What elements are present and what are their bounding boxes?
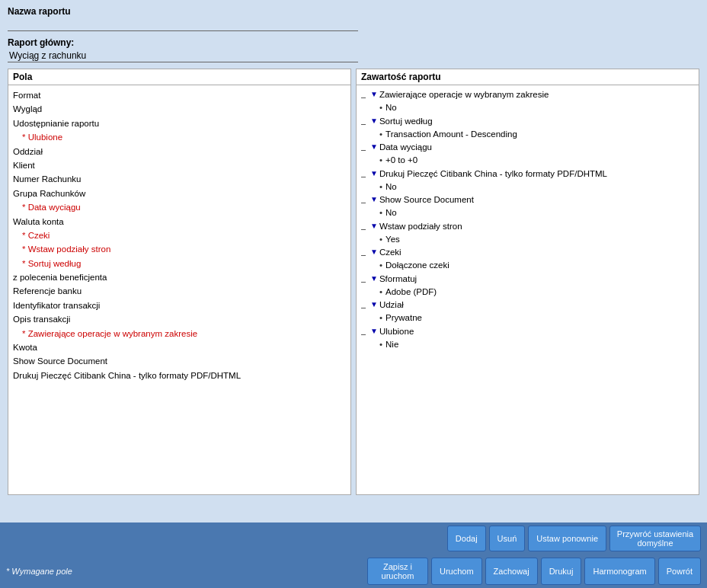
bullet: • (379, 206, 382, 219)
toggle-ulubione[interactable]: ⎯ (361, 325, 369, 337)
list-item[interactable]: Referencje banku (13, 284, 346, 298)
przywroc-button[interactable]: Przywróć ustawienia domyślne (609, 526, 701, 551)
toggle-czeki[interactable]: ⎯ (361, 246, 369, 257)
list-item[interactable]: Grupa Rachunków (13, 187, 346, 200)
raport-glowny-label: Raport główny: (8, 37, 699, 48)
zachowaj-button[interactable]: Zachowaj (485, 558, 538, 585)
bullet: • (379, 286, 382, 299)
footer-buttons: Zapisz i uruchom Uruchom Zachowaj Drukuj… (367, 558, 701, 585)
leaf-text: Prywatne (385, 312, 422, 324)
list-item[interactable]: Format (13, 88, 346, 102)
leaf-show-val: • No (376, 206, 694, 219)
dodaj-button[interactable]: Dodaj (447, 526, 486, 551)
nazwa-raportu-label: Nazwa raportu (8, 6, 699, 17)
tree-node-show: ⎯ ▼ Show Source Document • No (361, 193, 694, 220)
leaf-text: Nie (385, 338, 398, 351)
list-item[interactable]: Oddział (13, 145, 346, 158)
pola-content: Format Wygląd Udostępnianie raportu * Ul… (8, 85, 350, 385)
bullet: • (379, 338, 382, 351)
toggle-udzial[interactable]: ⎯ (361, 299, 369, 310)
harmonogram-button[interactable]: Harmonogram (584, 558, 654, 585)
list-item[interactable]: Drukuj Pieczęć Citibank China - tylko fo… (13, 369, 346, 382)
label-wstaw: Wstaw podziały stron (379, 220, 462, 233)
list-item[interactable]: Waluta konta (13, 215, 346, 228)
label-czeki: Czeki (379, 246, 401, 259)
leaf-data-val: • +0 to +0 (376, 154, 694, 167)
usun-button[interactable]: Usuń (489, 526, 526, 551)
tree-node-drukuj: ⎯ ▼ Drukuj Pieczęć Citibank China - tylk… (361, 168, 694, 194)
leaf-text: Yes (385, 233, 400, 246)
toggle-data[interactable]: ⎯ (361, 141, 369, 152)
arrow-wstaw: ▼ (370, 220, 378, 232)
toggle-zawierajace[interactable]: ⎯ (361, 88, 369, 100)
label-show: Show Source Document (379, 193, 474, 206)
list-item[interactable]: z polecenia beneficjenta (13, 270, 346, 284)
bullet: • (379, 312, 382, 324)
nazwa-raportu-input[interactable] (8, 18, 358, 31)
field-list: Format Wygląd Udostępnianie raportu * Ul… (13, 88, 346, 382)
pola-panel: Pola Format Wygląd Udostępnianie raportu… (8, 69, 351, 495)
list-item[interactable]: Identyfikator transakcji (13, 299, 346, 312)
zapisz-i-uruchom-button[interactable]: Zapisz i uruchom (367, 558, 428, 585)
leaf-text: +0 to +0 (385, 154, 417, 167)
arrow-drukuj: ▼ (370, 168, 378, 179)
list-item[interactable]: Klient (13, 158, 346, 172)
leaf-text: Adobe (PDF) (385, 286, 437, 299)
arrow-udzial: ▼ (370, 299, 378, 310)
tree-node-udzial: ⎯ ▼ Udział • Prywatne (361, 299, 694, 325)
toggle-sformatuj[interactable]: ⎯ (361, 273, 369, 284)
label-ulubione: Ulubione (379, 325, 414, 338)
leaf-ulubione-val: • Nie (376, 338, 694, 351)
list-item[interactable]: Opis transakcji (13, 312, 346, 326)
list-item[interactable]: * Sortuj według (13, 257, 346, 270)
list-item[interactable]: Wygląd (13, 102, 346, 116)
powrot-button[interactable]: Powrót (658, 558, 701, 585)
ustaw-ponownie-button[interactable]: Ustaw ponownie (528, 526, 606, 551)
toggle-wstaw[interactable]: ⎯ (361, 220, 369, 232)
leaf-text: No (385, 101, 397, 114)
pola-header: Pola (8, 69, 350, 85)
arrow-show: ▼ (370, 193, 378, 205)
list-item[interactable]: Udostępnianie raportu (13, 117, 346, 130)
list-item[interactable]: * Data wyciągu (13, 200, 346, 214)
label-data: Data wyciągu (379, 141, 432, 154)
arrow-data: ▼ (370, 141, 378, 152)
toggle-drukuj[interactable]: ⎯ (361, 168, 369, 179)
top-button-bar: Dodaj Usuń Ustaw ponownie Przywróć ustaw… (0, 522, 707, 554)
leaf-text: Transaction Amount - Descending (385, 128, 517, 141)
list-item[interactable]: * Czeki (13, 228, 346, 242)
arrow-czeki: ▼ (370, 246, 378, 257)
bullet: • (379, 101, 382, 114)
toggle-sortuj[interactable]: ⎯ (361, 115, 369, 126)
label-sformatuj: Sformatuj (379, 273, 417, 286)
list-item[interactable]: * Wstaw podziały stron (13, 242, 346, 256)
bullet: • (379, 233, 382, 246)
list-item[interactable]: Show Source Document (13, 354, 346, 368)
list-item[interactable]: Kwota (13, 340, 346, 354)
bullet: • (379, 128, 382, 141)
arrow-sortuj: ▼ (370, 115, 378, 126)
required-note: * Wymagane pole (6, 567, 364, 576)
leaf-drukuj-val: • No (376, 181, 694, 193)
uruchom-button[interactable]: Uruchom (431, 558, 482, 585)
arrow-sformatuj: ▼ (370, 273, 378, 284)
zawartoscRaportu-header: Zawartość raportu (357, 69, 699, 85)
tree-node-sortuj: ⎯ ▼ Sortuj według • Transaction Amount -… (361, 115, 694, 142)
leaf-text: Dołączone czeki (385, 259, 449, 272)
tree-node-czeki: ⎯ ▼ Czeki • Dołączone czeki (361, 246, 694, 273)
raport-glowny-input[interactable] (8, 50, 358, 62)
label-zawierajace: Zawierające operacje w wybranym zakresie (379, 88, 549, 101)
drukuj-button[interactable]: Drukuj (541, 558, 582, 585)
toggle-show[interactable]: ⎯ (361, 193, 369, 205)
list-item[interactable]: Numer Rachunku (13, 172, 346, 186)
tree-content: ⎯ ▼ Zawierające operacje w wybranym zakr… (357, 85, 699, 354)
footer-bar: * Wymagane pole Zapisz i uruchom Uruchom… (0, 554, 707, 588)
list-item[interactable]: * Ulubione (13, 130, 346, 144)
arrow-zawierajace: ▼ (370, 88, 378, 100)
label-drukuj: Drukuj Pieczęć Citibank China - tylko fo… (379, 168, 607, 181)
tree-node-data: ⎯ ▼ Data wyciągu • +0 to +0 (361, 141, 694, 168)
list-item[interactable]: * Zawierające operacje w wybranym zakres… (13, 327, 346, 340)
leaf-text: No (385, 206, 397, 219)
leaf-wstaw-val: • Yes (376, 233, 694, 246)
tree-node-sformatuj: ⎯ ▼ Sformatuj • Adobe (PDF) (361, 273, 694, 299)
